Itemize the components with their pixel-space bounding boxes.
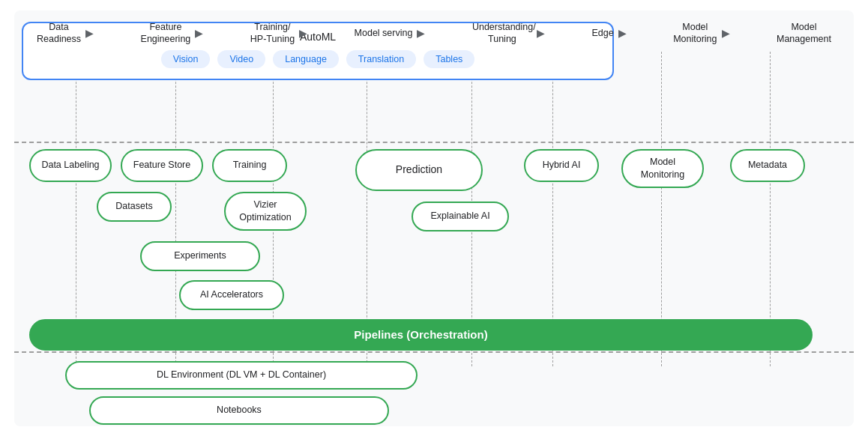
pill-feature-store: Feature Store (121, 149, 203, 182)
pill-training: Training (212, 149, 287, 182)
step-model-serving: Model serving ▶ (355, 26, 426, 40)
automl-chips: Vision Video Language Translation Tables (35, 50, 600, 68)
chip-language: Language (273, 50, 339, 68)
diagram-container: DataReadiness ▶ FeatureEngineering ▶ Tra… (14, 10, 854, 426)
chip-video: Video (217, 50, 265, 68)
pill-explainable-ai: Explainable AI (412, 202, 509, 231)
pill-experiments: Experiments (140, 241, 260, 271)
pill-notebooks: Notebooks (89, 396, 389, 425)
pill-vizier: VizierOptimization (224, 192, 307, 231)
pill-prediction: Prediction (355, 149, 483, 191)
pill-metadata: Metadata (730, 149, 805, 182)
pill-ai-accelerators: AI Accelerators (179, 280, 284, 310)
step-training: Training/HP-Tuning ▶ (250, 21, 307, 46)
chip-vision: Vision (161, 50, 211, 68)
step-model-management: ModelManagement (777, 21, 831, 46)
arrow-icon-1: ▶ (85, 26, 94, 40)
arrow-icon-2: ▶ (195, 26, 203, 40)
step-model-monitoring: ModelMonitoring ▶ (673, 21, 729, 46)
h-divider-1 (14, 142, 854, 143)
step-edge: Edge ▶ (591, 26, 626, 40)
pill-pipelines: Pipelines (Orchestration) (29, 319, 813, 351)
step-understanding: Understanding/Tuning ▶ (472, 21, 545, 46)
h-divider-2 (14, 351, 854, 353)
pipeline-bar: DataReadiness ▶ FeatureEngineering ▶ Tra… (14, 10, 854, 46)
arrow-icon-5: ▶ (537, 26, 545, 40)
pill-data-labeling: Data Labeling (29, 149, 112, 182)
arrow-icon-4: ▶ (417, 26, 425, 40)
pill-hybrid-ai: Hybrid AI (524, 149, 599, 182)
pill-datasets: Datasets (97, 192, 172, 222)
arrow-icon-3: ▶ (299, 26, 307, 40)
step-feature-engineering: FeatureEngineering ▶ (141, 21, 204, 46)
arrow-icon-6: ▶ (618, 26, 627, 40)
chip-tables: Tables (424, 50, 474, 68)
pill-model-monitoring: ModelMonitoring (621, 149, 704, 188)
chip-translation: Translation (346, 50, 416, 68)
pill-dl-environment: DL Environment (DL VM + DL Container) (65, 361, 418, 390)
arrow-icon-7: ▶ (722, 26, 730, 40)
step-data-readiness: DataReadiness ▶ (37, 21, 94, 46)
